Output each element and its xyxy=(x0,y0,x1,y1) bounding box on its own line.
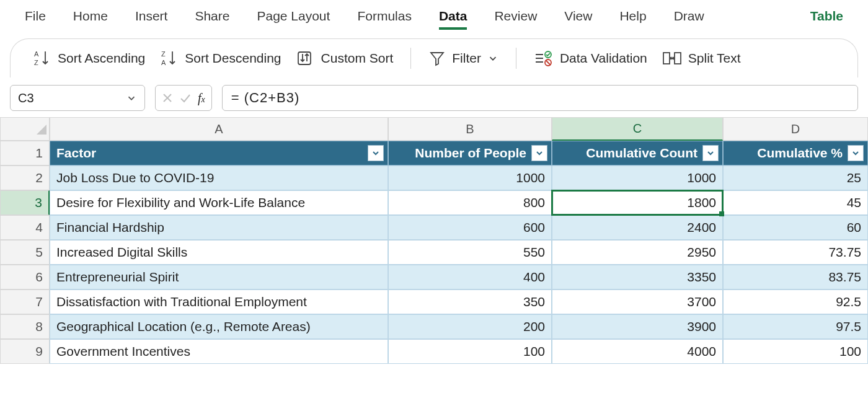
custom-sort-button[interactable]: Custom Sort xyxy=(296,49,394,68)
cell-c7[interactable]: 3700 xyxy=(552,289,723,314)
cell-b3[interactable]: 800 xyxy=(388,190,552,215)
cell-b6[interactable]: 400 xyxy=(388,265,552,289)
filter-dropdown-icon[interactable] xyxy=(848,145,864,161)
col-header-a[interactable]: A xyxy=(50,117,388,141)
filter-icon xyxy=(428,50,446,67)
cell-d8[interactable]: 97.5 xyxy=(723,314,868,339)
row-header-3[interactable]: 3 xyxy=(0,190,50,215)
table-header-num-people[interactable]: Number of People xyxy=(388,141,552,166)
spreadsheet-grid[interactable]: A B C D 1 Factor Number of People Cumula… xyxy=(0,117,868,364)
formula-value: = (C2+B3) xyxy=(231,90,300,106)
row-header-4[interactable]: 4 xyxy=(0,215,50,240)
svg-rect-7 xyxy=(663,53,670,64)
col-header-d[interactable]: D xyxy=(723,117,868,141)
row-header-9[interactable]: 9 xyxy=(0,339,50,364)
custom-sort-icon xyxy=(296,49,315,68)
tab-file[interactable]: File xyxy=(25,9,46,30)
chevron-down-icon[interactable] xyxy=(126,92,137,104)
sort-ascending-icon: A Z xyxy=(33,49,51,68)
table-header-factor[interactable]: Factor xyxy=(50,141,388,166)
sort-ascending-button[interactable]: A Z Sort Ascending xyxy=(33,49,145,68)
svg-text:A: A xyxy=(161,59,166,66)
cell-a4[interactable]: Financial Hardship xyxy=(50,215,388,240)
tab-help[interactable]: Help xyxy=(619,9,646,30)
svg-text:Z: Z xyxy=(161,50,166,58)
filter-dropdown-icon[interactable] xyxy=(702,145,719,161)
tab-table[interactable]: Table xyxy=(810,9,843,30)
row-header-7[interactable]: 7 xyxy=(0,289,50,314)
table-header-cum-count[interactable]: Cumulative Count xyxy=(552,141,723,166)
col-header-c[interactable]: C xyxy=(552,117,723,141)
tab-share[interactable]: Share xyxy=(195,9,229,30)
cell-a7[interactable]: Dissatisfaction with Traditional Employm… xyxy=(50,289,388,314)
toolbar-separator xyxy=(410,48,411,69)
cell-c4[interactable]: 2400 xyxy=(552,215,723,240)
tab-draw[interactable]: Draw xyxy=(674,9,704,30)
filter-dropdown-icon[interactable] xyxy=(368,145,384,161)
data-validation-icon xyxy=(534,50,554,67)
cell-a5[interactable]: Increased Digital Skills xyxy=(50,240,388,265)
cell-a2[interactable]: Job Loss Due to COVID-19 xyxy=(50,166,388,190)
sort-ascending-label: Sort Ascending xyxy=(58,51,145,66)
formula-input[interactable]: = (C2+B3) xyxy=(222,85,858,111)
cell-a6[interactable]: Entrepreneurial Spirit xyxy=(50,265,388,289)
data-validation-button[interactable]: Data Validation xyxy=(534,50,647,67)
table-header-cum-pct[interactable]: Cumulative % xyxy=(723,141,868,166)
name-box[interactable]: C3 xyxy=(10,85,145,111)
cell-d4[interactable]: 60 xyxy=(723,215,868,240)
accept-formula-icon[interactable] xyxy=(179,92,192,104)
filter-button[interactable]: Filter xyxy=(428,50,498,67)
filter-dropdown-icon[interactable] xyxy=(531,145,547,161)
cell-b5[interactable]: 550 xyxy=(388,240,552,265)
table-header-label: Number of People xyxy=(415,146,526,161)
cell-c5[interactable]: 2950 xyxy=(552,240,723,265)
cell-c9[interactable]: 4000 xyxy=(552,339,723,364)
tab-formulas[interactable]: Formulas xyxy=(357,9,412,30)
cell-b7[interactable]: 350 xyxy=(388,289,552,314)
cell-d5[interactable]: 73.75 xyxy=(723,240,868,265)
cell-b4[interactable]: 600 xyxy=(388,215,552,240)
cell-c8[interactable]: 3900 xyxy=(552,314,723,339)
col-header-b[interactable]: B xyxy=(388,117,552,141)
cell-c2[interactable]: 1000 xyxy=(552,166,723,190)
cell-d6[interactable]: 83.75 xyxy=(723,265,868,289)
tab-view[interactable]: View xyxy=(564,9,592,30)
tab-insert[interactable]: Insert xyxy=(135,9,168,30)
sort-descending-button[interactable]: Z A Sort Descending xyxy=(160,49,281,68)
fx-icon[interactable]: fx xyxy=(198,91,205,105)
cell-c3-selected[interactable]: 1800 xyxy=(552,190,723,215)
cell-c6[interactable]: 3350 xyxy=(552,265,723,289)
row-header-2[interactable]: 2 xyxy=(0,166,50,190)
svg-text:A: A xyxy=(34,50,39,58)
cell-d2[interactable]: 25 xyxy=(723,166,868,190)
cell-b9[interactable]: 100 xyxy=(388,339,552,364)
svg-rect-8 xyxy=(675,53,681,64)
cell-a8[interactable]: Geographical Location (e.g., Remote Area… xyxy=(50,314,388,339)
formula-controls: fx xyxy=(155,85,212,111)
cell-b8[interactable]: 200 xyxy=(388,314,552,339)
cell-a3[interactable]: Desire for Flexibility and Work-Life Bal… xyxy=(50,190,388,215)
select-all-corner[interactable] xyxy=(0,117,50,141)
cell-a9[interactable]: Government Incentives xyxy=(50,339,388,364)
split-text-button[interactable]: Split Text xyxy=(662,50,741,67)
row-header-6[interactable]: 6 xyxy=(0,265,50,289)
name-box-value: C3 xyxy=(18,91,34,105)
split-text-icon xyxy=(662,50,682,67)
row-header-8[interactable]: 8 xyxy=(0,314,50,339)
cell-b2[interactable]: 1000 xyxy=(388,166,552,190)
cell-d9[interactable]: 100 xyxy=(723,339,868,364)
sort-descending-label: Sort Descending xyxy=(185,51,281,66)
tab-page-layout[interactable]: Page Layout xyxy=(257,9,330,30)
tab-review[interactable]: Review xyxy=(494,9,537,30)
data-validation-label: Data Validation xyxy=(560,51,647,66)
split-text-label: Split Text xyxy=(688,51,741,66)
row-header-1[interactable]: 1 xyxy=(0,141,50,166)
cell-d3[interactable]: 45 xyxy=(723,190,868,215)
sort-descending-icon: Z A xyxy=(160,49,179,68)
tab-home[interactable]: Home xyxy=(73,9,108,30)
svg-rect-4 xyxy=(298,52,311,64)
cell-d7[interactable]: 92.5 xyxy=(723,289,868,314)
tab-data[interactable]: Data xyxy=(439,9,467,30)
cancel-formula-icon[interactable] xyxy=(162,92,173,104)
row-header-5[interactable]: 5 xyxy=(0,240,50,265)
